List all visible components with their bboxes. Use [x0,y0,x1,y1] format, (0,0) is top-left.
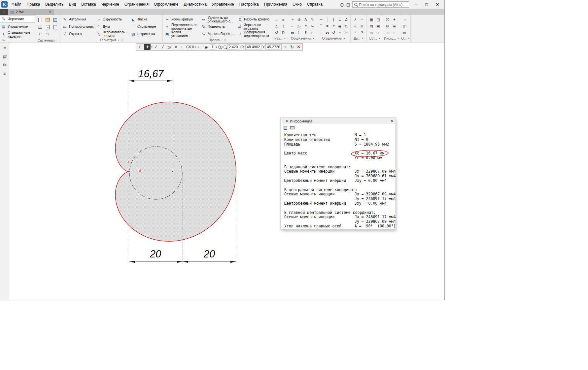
tool-icon[interactable]: ─ [318,17,324,22]
system-tool-icon[interactable] [53,25,57,29]
menu-item[interactable]: Вставка [79,0,99,9]
screen-mode-icon[interactable]: ▢ [340,2,344,7]
tool-icon[interactable]: ⊘ [296,17,302,22]
snap-grid-icon[interactable]: ∷ [137,44,143,50]
tool-icon[interactable]: ↗ [352,17,358,22]
geometry-tool-button[interactable]: ▨ Штриховка [130,30,161,38]
system-tool-icon[interactable]: ↶ [37,31,44,37]
tool-icon[interactable]: ◉ [337,23,343,29]
edit-tool-button[interactable]: ⌖ Переместить по координатам [164,23,199,30]
tool-icon[interactable]: ▣ [375,23,381,29]
tool-icon[interactable]: ! [352,30,358,36]
geometry-tool-button[interactable]: ▭ Прямоугольник [61,23,94,30]
tool-icon[interactable]: ▷ [296,23,302,29]
tool-icon[interactable]: ∟ [318,30,324,36]
menu-item[interactable]: Приложения [261,0,290,9]
tool-icon[interactable]: ⌐ [290,23,295,29]
side-tab-standard-parts[interactable]: ✦ Стандартные изделия [0,30,35,39]
system-tool-icon[interactable] [53,18,57,22]
chevron-down-icon[interactable]: ▾ [313,37,314,40]
edit-tool-button[interactable]: ⇝ Деформация перемещением [236,30,271,38]
tool-icon[interactable]: ✦ [392,17,398,22]
chevron-down-icon[interactable]: ▾ [118,39,120,42]
menu-item[interactable]: Настройка [237,0,261,9]
chevron-down-icon[interactable]: ▾ [379,37,380,40]
tool-icon[interactable]: ▭ [290,30,295,36]
tool-icon[interactable]: △ [352,23,358,29]
info-window-titlebar[interactable]: ∷ ⚙ Информация ✕ [281,118,395,124]
corner-mode-icon[interactable]: ∟ [197,44,203,50]
edit-tool-button[interactable]: ✂ Усечь кривую [164,16,199,23]
tool-icon[interactable]: ∥ [331,17,337,22]
panel-icon[interactable]: ⌗ [3,46,6,50]
edit-tool-button[interactable]: ⇄ Зеркально отразить [236,23,271,30]
panel-icon[interactable]: ▤ [3,54,6,59]
tool-icon[interactable]: ⊙ [343,23,349,29]
edit-tool-button[interactable]: ↦ Удлинить до ближайшего о... [200,16,236,23]
tool-icon[interactable]: ⚙ [385,23,391,29]
tool-icon[interactable]: R [281,30,287,36]
geometry-tool-button[interactable]: ⌒ Скругление [130,23,161,30]
edit-tool-button[interactable]: ╳ Разбить кривую [236,16,271,23]
tool-icon[interactable]: A [303,17,309,22]
new-tab-button[interactable]: + [0,9,8,15]
round-snap-icon[interactable]: ◉ [203,44,209,50]
tool-icon[interactable]: ▤ [368,23,374,29]
refresh-button[interactable]: ↻ [289,44,295,50]
geometry-tool-button[interactable]: ○ Окружность [95,16,129,23]
menu-item[interactable]: Файл [9,0,24,9]
grip-icon[interactable]: ∷ [56,39,58,42]
side-tab-cherchenie[interactable]: ✎ Черчение [0,15,35,23]
tool-icon[interactable]: ◔ [402,17,408,22]
menu-item[interactable]: Окно [290,0,304,9]
menu-item[interactable]: Выделить [43,0,66,9]
menu-item[interactable]: Диагностика [181,0,209,9]
tool-icon[interactable]: ↕ [281,23,287,29]
rounding-mode-icon[interactable]: ◎ [166,44,172,50]
tool-icon[interactable]: ∿ [309,23,315,29]
tool-icon[interactable]: ⌀ [281,17,287,22]
tool-icon[interactable]: ◫ [402,23,408,29]
chevron-down-icon[interactable]: ▾ [362,37,363,40]
tool-icon[interactable]: ⌀ [359,23,365,29]
menu-item[interactable]: Черчение [99,0,122,9]
tool-icon[interactable]: ∠ [343,17,349,22]
tool-icon[interactable]: = [325,23,330,29]
cancel-button[interactable]: ✕ [295,44,301,50]
edit-tool-button[interactable]: ↘ Масштабиров... [200,30,236,38]
zoom-value-select[interactable]: 2.420 [227,44,240,50]
tool-icon[interactable]: ↔ [274,17,280,22]
grip-icon[interactable]: ∷ [224,39,226,42]
close-button[interactable]: ✕ [433,2,442,7]
tool-icon[interactable]: ⊢ [343,30,349,36]
menu-item[interactable]: Управление [209,0,237,9]
snap-settings-button[interactable]: ✚ [144,44,151,50]
tool-icon[interactable]: ◫ [375,17,381,22]
chevron-down-icon[interactable]: ▾ [221,39,223,42]
geometry-tool-button[interactable]: ╱ Отрезок [61,30,94,38]
tool-icon[interactable]: │ [325,17,330,22]
document-tab[interactable]: ▤ 2.frw ✕ [8,9,54,15]
system-tool-icon[interactable]: ↷ [45,31,51,37]
zoom-area-icon[interactable] [218,46,221,49]
panel-icon[interactable]: fx [3,63,6,67]
tool-icon[interactable]: ≣ [392,23,398,29]
save-icon[interactable] [284,126,287,130]
tool-icon[interactable]: ∟ [309,30,315,36]
print-icon[interactable] [290,126,294,129]
x-coordinate-field[interactable]: 48.4902 [245,44,262,50]
tool-icon[interactable]: ↺ [331,30,337,36]
tool-icon[interactable]: ⊥ [337,17,343,22]
tool-icon[interactable]: ≡ [331,23,337,29]
menu-item[interactable]: Ограничения [122,0,151,9]
chevron-down-icon[interactable]: ▾ [344,37,345,40]
chevron-down-icon[interactable]: ▾ [195,46,196,49]
system-tool-icon[interactable] [46,25,50,29]
tool-icon[interactable]: ⚐ [296,30,302,36]
edit-pencil-icon[interactable]: ✎ [282,44,288,50]
system-tool-icon[interactable] [46,18,50,21]
tab-close-icon[interactable]: ✕ [49,10,52,14]
side-tab-upravlenie[interactable]: ▤ Управление [0,23,35,30]
edit-tool-button[interactable]: ↻ Повернуть [200,23,236,30]
panel-icon[interactable]: ≡ [3,71,6,76]
